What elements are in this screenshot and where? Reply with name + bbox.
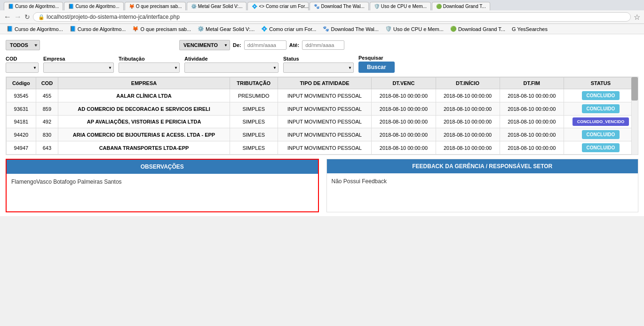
cell-status: CONCLUIDO_VENCIDO (564, 116, 637, 128)
atividade-label: Atividade (184, 56, 278, 62)
observacoes-text: FlamengoVasco Botafogo Palmeiras Santos (11, 179, 313, 185)
app-container: TODOS ▼ VENCIMENTO ▼ De: Até: COD (0, 34, 644, 216)
tributacao-label: Tributação (119, 56, 180, 62)
vencimento-select[interactable]: VENCIMENTO (179, 40, 230, 50)
vencimento-filter-group: VENCIMENTO ▼ De: Até: (179, 40, 344, 50)
browser-tab[interactable]: ⚙️ Metal Gear Solid V:... (187, 2, 247, 10)
de-date-input[interactable] (244, 40, 286, 50)
observacoes-panel: OBSERVAÇÕES FlamengoVasco Botafogo Palme… (6, 159, 319, 212)
cell-dt-venc: 2018-08-10 00:00:00 (372, 102, 436, 116)
status-label: Status (283, 56, 354, 62)
scrollbar-thumb[interactable] (631, 77, 638, 101)
scrollbar-track[interactable] (631, 77, 638, 155)
status-button[interactable]: CONCLUIDO (582, 91, 620, 100)
reload-button[interactable]: ↻ (24, 13, 30, 21)
cell-codigo: 94420 (7, 128, 36, 141)
tab-icon: 📘 (68, 4, 74, 9)
address-bar[interactable]: 🔒 localhost/projeto-do-sistema-interno-j… (33, 12, 631, 22)
browser-nav-bar: ← → ↻ 🔒 localhost/projeto-do-sistema-int… (0, 10, 644, 24)
browser-tab[interactable]: 🐾 Download The Wal... (310, 2, 368, 10)
atividade-select[interactable] (184, 62, 278, 73)
table-row: 93545 455 AALAR CLÍNICA LTDA PRESUMIDO I… (7, 89, 638, 102)
address-text: localhost/projeto-do-sistema-interno-jca… (47, 14, 180, 20)
bookmark-item[interactable]: 🟢 Download Grand T... (447, 25, 508, 33)
feedback-header: FEEDBACK DA GERÊNCIA / RESPONSÁVEL SETOR (327, 159, 638, 173)
tab-label: Download Grand T... (443, 4, 486, 9)
status-button[interactable]: CONCLUIDO (582, 130, 620, 139)
browser-tab[interactable]: 📘 Curso de Algoritmo... (4, 2, 63, 10)
tributacao-select-wrapper: ▼ (119, 62, 180, 73)
th-tipo-atividade: TIPO DE ATIVIDADE (278, 78, 372, 89)
cell-dt-inicio: 2018-08-10 00:00:00 (436, 141, 500, 155)
bookmark-item[interactable]: 📘 Curso de Algoritmo... (67, 25, 129, 33)
bookmark-label: Curso de Algoritmo... (15, 26, 63, 32)
todos-select-wrapper[interactable]: TODOS ▼ (6, 40, 40, 50)
cell-empresa: CABANA TRANSPORTES LTDA-EPP (58, 141, 230, 155)
browser-tab[interactable]: 🛡️ Uso de CPU e Mem... (370, 2, 431, 10)
cell-status: CONCLUIDO (564, 89, 637, 102)
bookmark-item[interactable]: 📘 Curso de Algoritmo... (4, 25, 66, 33)
cell-codigo: 93545 (7, 89, 36, 102)
bookmark-item[interactable]: 🛡️ Uso de CPU e Mem... (382, 25, 446, 33)
observacoes-body: FlamengoVasco Botafogo Palmeiras Santos (7, 174, 318, 211)
bookmark-item[interactable]: G YesSearches (509, 25, 550, 33)
bookmark-label: O que precisam sab... (140, 26, 191, 32)
bottom-panels: OBSERVAÇÕES FlamengoVasco Botafogo Palme… (6, 159, 638, 212)
bookmark-item[interactable]: 🐾 Download The Wal... (320, 25, 382, 33)
browser-tab[interactable]: 📘 Curso de Algoritmo... (64, 2, 123, 10)
browser-tab[interactable]: 🟢 Download Grand T... (432, 2, 490, 10)
atividade-filter: Atividade ▼ (184, 56, 278, 73)
cod-select[interactable] (6, 62, 39, 73)
atividade-select-wrapper: ▼ (184, 62, 278, 73)
cell-dt-inicio: 2018-08-10 00:00:00 (436, 116, 500, 128)
status-button[interactable]: CONCLUIDO (582, 143, 620, 152)
cell-tipo-atividade: INPUT MOVIMENTO PESSOAL (278, 89, 372, 102)
cell-cod: 643 (36, 141, 58, 155)
cell-dt-fim: 2018-08-10 00:00:00 (500, 102, 564, 116)
observacoes-header: OBSERVAÇÕES (7, 160, 318, 174)
bookmark-item[interactable]: 💠 Como criar um For... (258, 25, 319, 33)
status-select[interactable] (283, 62, 354, 73)
th-dt-inicio: DT.INÍCIO (436, 78, 500, 89)
cell-status: CONCLUIDO (564, 102, 637, 116)
tab-label: Download The Wal... (321, 4, 364, 9)
bookmark-icon: G (512, 26, 516, 32)
tab-label: Metal Gear Solid V:... (198, 4, 243, 9)
empresa-select[interactable] (43, 62, 114, 73)
bookmark-label: Metal Gear Solid V:... (206, 26, 254, 32)
cell-dt-fim: 2018-08-10 00:00:00 (500, 128, 564, 141)
bookmarks-bar: 📘 Curso de Algoritmo... 📘 Curso de Algor… (0, 24, 644, 34)
forward-button[interactable]: → (14, 13, 22, 21)
browser-tabs-bar: 📘 Curso de Algoritmo... 📘 Curso de Algor… (0, 0, 644, 10)
bookmark-icon: 📘 (7, 26, 13, 32)
empresa-filter: Empresa ▼ (43, 56, 114, 73)
back-button[interactable]: ← (4, 13, 11, 21)
browser-tab[interactable]: 🦊 O que precisam sab... (125, 2, 186, 10)
bookmark-item[interactable]: 🦊 O que precisam sab... (129, 25, 194, 33)
buscar-button[interactable]: Buscar (358, 62, 395, 73)
todos-select[interactable]: TODOS (6, 40, 40, 50)
cell-tributacao: SIMPLES (230, 141, 278, 155)
cell-dt-fim: 2018-08-10 00:00:00 (500, 116, 564, 128)
status-button[interactable]: CONCLUIDO (582, 104, 620, 113)
cell-tipo-atividade: INPUT MOVIMENTO PESSOAL (278, 116, 372, 128)
cell-dt-inicio: 2018-08-10 00:00:00 (436, 102, 500, 116)
tab-label: <> Como criar um For... (259, 4, 309, 9)
cell-dt-fim: 2018-08-10 00:00:00 (500, 89, 564, 102)
cell-tipo-atividade: INPUT MOVIMENTO PESSOAL (278, 128, 372, 141)
star-icon[interactable]: ☆ (634, 13, 640, 22)
todos-filter-group: TODOS ▼ (6, 40, 40, 50)
cell-dt-venc: 2018-08-10 00:00:00 (372, 116, 436, 128)
ate-date-input[interactable] (302, 40, 344, 50)
tributacao-select[interactable] (119, 62, 180, 73)
status-button[interactable]: CONCLUIDO_VENCIDO (572, 117, 629, 126)
vencimento-select-wrapper[interactable]: VENCIMENTO ▼ (179, 40, 230, 50)
bookmark-icon: 📘 (70, 26, 76, 32)
status-select-wrapper: ▼ (283, 62, 354, 73)
cell-cod: 830 (36, 128, 58, 141)
pesquisar-label: Pesquisar (358, 55, 395, 61)
th-dt-fim: DT.FIM (500, 78, 564, 89)
browser-tab[interactable]: 💠 <> Como criar um For... (247, 2, 309, 10)
status-filter: Status ▼ (283, 56, 354, 73)
bookmark-item[interactable]: ⚙️ Metal Gear Solid V:... (195, 25, 257, 33)
